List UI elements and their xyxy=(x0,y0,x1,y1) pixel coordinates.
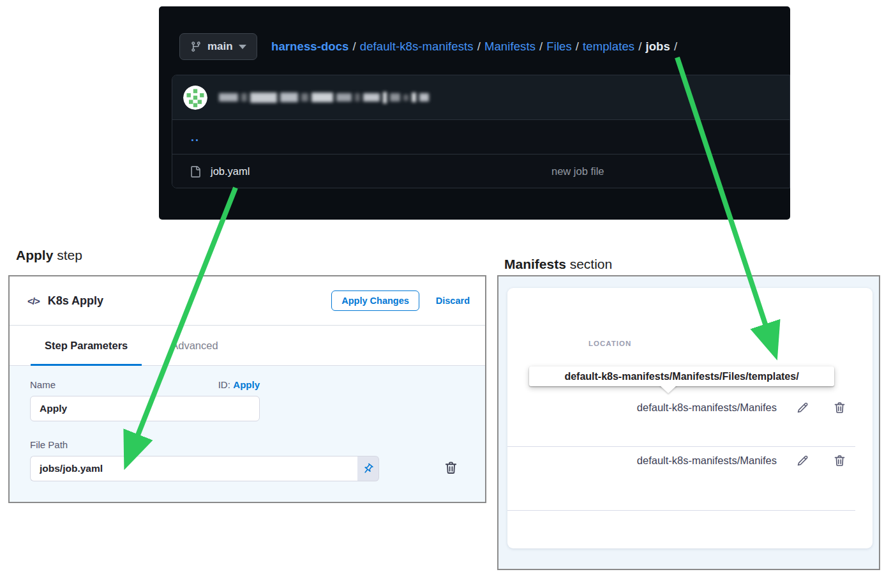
manifest-row-location[interactable]: default-k8s-manifests/Manifes xyxy=(562,455,777,467)
code-icon: </> xyxy=(27,296,40,306)
step-panel-title: K8s Apply xyxy=(48,294,103,308)
trash-icon xyxy=(833,454,846,467)
manifest-row-location[interactable]: default-k8s-manifests/Manifes xyxy=(562,402,777,414)
pencil-icon xyxy=(796,401,809,414)
screenshot-canvas: main harness-docs/default-k8s-manifests/… xyxy=(0,0,884,588)
parent-directory-row[interactable]: .. xyxy=(172,120,790,155)
redacted-commit-message xyxy=(219,92,429,103)
apply-step-caption-bold: Apply xyxy=(16,248,53,262)
manifests-section-panel: LOCATION default-k8s-manifests/Manifes xyxy=(497,275,880,570)
parent-directory-link[interactable]: .. xyxy=(191,134,200,140)
breadcrumb-repo-link[interactable]: harness-docs xyxy=(271,40,349,53)
pencil-icon xyxy=(796,454,809,467)
breadcrumb-separator: / xyxy=(474,40,484,53)
commit-message-link[interactable]: new job file xyxy=(551,165,604,177)
location-tooltip: default-k8s-manifests/Manifests/Files/te… xyxy=(529,366,834,386)
step-id: ID: Apply xyxy=(218,379,260,391)
avatar[interactable] xyxy=(183,86,207,110)
branch-selector-button[interactable]: main xyxy=(179,33,257,60)
file-path-input[interactable] xyxy=(30,456,357,481)
breadcrumb-separator: / xyxy=(349,40,360,53)
breadcrumb-separator: / xyxy=(572,40,583,53)
name-field-label: Name xyxy=(30,379,56,390)
tab-step-parameters[interactable]: Step Parameters xyxy=(31,326,142,365)
id-label: ID: xyxy=(218,379,230,390)
breadcrumb-separator: / xyxy=(536,40,546,53)
breadcrumb-link-templates[interactable]: templates xyxy=(583,40,634,53)
row-divider xyxy=(507,510,855,511)
manifests-caption-bold: Manifests xyxy=(504,257,566,271)
name-input[interactable] xyxy=(30,396,260,421)
breadcrumb-current-jobs: jobs xyxy=(645,40,670,53)
discard-button[interactable]: Discard xyxy=(436,296,470,306)
breadcrumb: harness-docs/default-k8s-manifests/Manif… xyxy=(271,39,681,54)
breadcrumb-separator: / xyxy=(634,40,645,53)
edit-manifest-button[interactable] xyxy=(796,454,809,467)
branch-name-label: main xyxy=(207,40,233,53)
manifests-card xyxy=(507,288,873,548)
apply-step-caption: Apply step xyxy=(16,248,82,263)
manifests-section-caption: Manifests section xyxy=(504,257,612,272)
tooltip-caret xyxy=(659,385,677,393)
file-path-field-label: File Path xyxy=(30,439,68,450)
delete-file-path-button[interactable] xyxy=(444,460,458,475)
location-column-header: LOCATION xyxy=(588,340,631,347)
chevron-down-icon xyxy=(239,45,246,49)
git-branch-icon xyxy=(190,41,202,52)
edit-manifest-button[interactable] xyxy=(796,401,809,414)
file-path-input-group xyxy=(30,456,379,481)
step-panel-header: </> K8s Apply Apply Changes Discard xyxy=(10,276,485,326)
row-divider xyxy=(507,446,855,447)
tab-advanced[interactable]: Advanced xyxy=(157,326,232,365)
manifests-caption-rest: section xyxy=(566,257,612,271)
delete-manifest-button[interactable] xyxy=(833,454,846,467)
apply-step-caption-rest: step xyxy=(53,248,82,262)
file-list-table: .. job.yaml new job file xyxy=(172,75,790,188)
file-name-link[interactable]: job.yaml xyxy=(211,165,250,177)
latest-commit-row[interactable] xyxy=(172,75,790,120)
fixed-value-pin-button[interactable] xyxy=(357,456,379,481)
breadcrumb-link-files[interactable]: Files xyxy=(546,40,572,53)
step-parameters-form: Name ID: Apply File Path xyxy=(10,366,485,502)
pushpin-icon xyxy=(362,463,374,475)
trash-icon xyxy=(444,460,458,475)
step-tabs: Step Parameters Advanced xyxy=(10,326,485,366)
apply-changes-button[interactable]: Apply Changes xyxy=(331,290,419,311)
delete-manifest-button[interactable] xyxy=(833,401,846,414)
file-row-job-yaml[interactable]: job.yaml new job file xyxy=(172,155,790,188)
github-file-browser-panel: main harness-docs/default-k8s-manifests/… xyxy=(159,6,790,220)
breadcrumb-link-manifests[interactable]: Manifests xyxy=(484,40,536,53)
file-icon xyxy=(190,166,201,177)
breadcrumb-separator: / xyxy=(670,40,681,53)
trash-icon xyxy=(833,401,846,414)
k8s-apply-step-panel: </> K8s Apply Apply Changes Discard Step… xyxy=(8,275,486,503)
breadcrumb-link-default-k8s-manifests[interactable]: default-k8s-manifests xyxy=(360,40,474,53)
id-value-link[interactable]: Apply xyxy=(233,379,260,390)
